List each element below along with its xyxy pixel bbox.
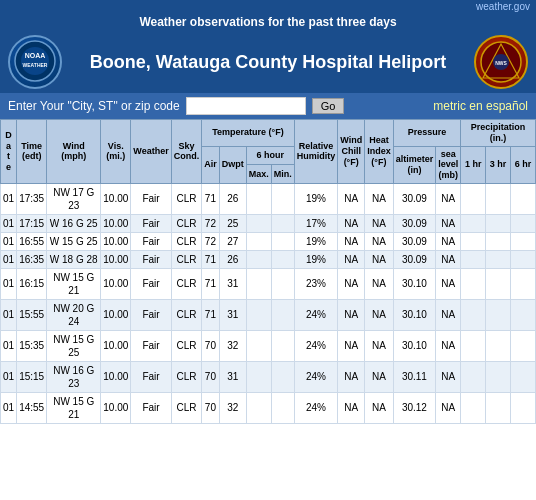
cell-altimeter: 30.09	[393, 232, 436, 250]
cell-date: 01	[1, 214, 17, 232]
cell-heat-index: NA	[365, 361, 394, 392]
cell-wind: W 16 G 25	[47, 214, 101, 232]
cell-date: 01	[1, 250, 17, 268]
cell-max	[246, 361, 271, 392]
cell-weather: Fair	[131, 183, 171, 214]
cell-vis: 10.00	[101, 299, 131, 330]
cell-altimeter: 30.10	[393, 299, 436, 330]
cell-time: 15:55	[17, 299, 47, 330]
cell-vis: 10.00	[101, 392, 131, 423]
cell-precip-1hr	[461, 250, 486, 268]
cell-sea-level: NA	[436, 268, 461, 299]
weather-gov-bar: weather.gov	[0, 0, 536, 13]
cell-precip-3hr	[486, 250, 511, 268]
cell-precip-1hr	[461, 330, 486, 361]
cell-heat-index: NA	[365, 268, 394, 299]
cell-sea-level: NA	[436, 392, 461, 423]
cell-min	[271, 392, 294, 423]
col-header-6hour: 6 hour	[246, 146, 294, 165]
cell-precip-6hr	[511, 299, 536, 330]
espanol-link[interactable]: en español	[469, 99, 528, 113]
col-header-sky: SkyCond.	[171, 120, 202, 184]
cell-precip-6hr	[511, 268, 536, 299]
cell-rh: 23%	[294, 268, 338, 299]
cell-vis: 10.00	[101, 183, 131, 214]
cell-date: 01	[1, 330, 17, 361]
cell-wind-chill: NA	[338, 299, 365, 330]
col-header-air: Air	[202, 146, 220, 183]
cell-precip-1hr	[461, 232, 486, 250]
cell-wind: W 18 G 28	[47, 250, 101, 268]
cell-date: 01	[1, 183, 17, 214]
cell-sky: CLR	[171, 183, 202, 214]
cell-heat-index: NA	[365, 392, 394, 423]
col-header-temperature: Temperature (°F)	[202, 120, 295, 147]
cell-heat-index: NA	[365, 299, 394, 330]
cell-precip-1hr	[461, 214, 486, 232]
cell-sky: CLR	[171, 268, 202, 299]
cell-wind-chill: NA	[338, 392, 365, 423]
cell-sea-level: NA	[436, 183, 461, 214]
cell-precip-1hr	[461, 268, 486, 299]
cell-weather: Fair	[131, 361, 171, 392]
cell-sky: CLR	[171, 392, 202, 423]
cell-weather: Fair	[131, 268, 171, 299]
cell-heat-index: NA	[365, 214, 394, 232]
cell-max	[246, 214, 271, 232]
go-button[interactable]: Go	[312, 98, 345, 114]
cell-max	[246, 183, 271, 214]
cell-sea-level: NA	[436, 330, 461, 361]
cell-rh: 24%	[294, 299, 338, 330]
noaa-logo: NOAA WEATHER	[8, 35, 62, 89]
cell-air: 70	[202, 392, 220, 423]
cell-vis: 10.00	[101, 361, 131, 392]
cell-altimeter: 30.12	[393, 392, 436, 423]
cell-precip-6hr	[511, 232, 536, 250]
cell-dwpt: 31	[219, 268, 246, 299]
search-input[interactable]	[186, 97, 306, 115]
cell-precip-1hr	[461, 183, 486, 214]
col-header-1hr: 1 hr	[461, 146, 486, 183]
cell-min	[271, 183, 294, 214]
cell-dwpt: 31	[219, 361, 246, 392]
cell-sky: CLR	[171, 330, 202, 361]
col-header-rh: RelativeHumidity	[294, 120, 338, 184]
cell-min	[271, 232, 294, 250]
cell-time: 16:15	[17, 268, 47, 299]
cell-dwpt: 25	[219, 214, 246, 232]
cell-sky: CLR	[171, 250, 202, 268]
cell-air: 72	[202, 232, 220, 250]
col-header-dwpt: Dwpt	[219, 146, 246, 183]
cell-wind-chill: NA	[338, 330, 365, 361]
cell-rh: 19%	[294, 250, 338, 268]
cell-rh: 19%	[294, 232, 338, 250]
cell-dwpt: 27	[219, 232, 246, 250]
cell-rh: 17%	[294, 214, 338, 232]
cell-max	[246, 330, 271, 361]
cell-time: 16:55	[17, 232, 47, 250]
weather-gov-link[interactable]: weather.gov	[476, 1, 530, 12]
table-container: Date Time(edt) Wind(mph) Vis.(mi.) Weath…	[0, 119, 536, 424]
cell-vis: 10.00	[101, 268, 131, 299]
cell-wind: NW 20 G 24	[47, 299, 101, 330]
metric-link[interactable]: metric	[433, 99, 466, 113]
col-header-3hr: 3 hr	[486, 146, 511, 183]
cell-precip-3hr	[486, 183, 511, 214]
cell-precip-6hr	[511, 330, 536, 361]
cell-sky: CLR	[171, 361, 202, 392]
station-title: Boone, Watauga County Hospital Heliport	[62, 52, 474, 73]
cell-time: 15:15	[17, 361, 47, 392]
cell-time: 17:15	[17, 214, 47, 232]
cell-min	[271, 361, 294, 392]
cell-dwpt: 26	[219, 183, 246, 214]
table-row: 0116:35W 18 G 2810.00FairCLR712619%NANA3…	[1, 250, 536, 268]
cell-sea-level: NA	[436, 299, 461, 330]
cell-altimeter: 30.09	[393, 214, 436, 232]
svg-text:WEATHER: WEATHER	[23, 62, 48, 68]
cell-precip-3hr	[486, 299, 511, 330]
cell-min	[271, 330, 294, 361]
cell-heat-index: NA	[365, 330, 394, 361]
col-header-date: Date	[1, 120, 17, 184]
cell-min	[271, 214, 294, 232]
col-header-time: Time(edt)	[17, 120, 47, 184]
